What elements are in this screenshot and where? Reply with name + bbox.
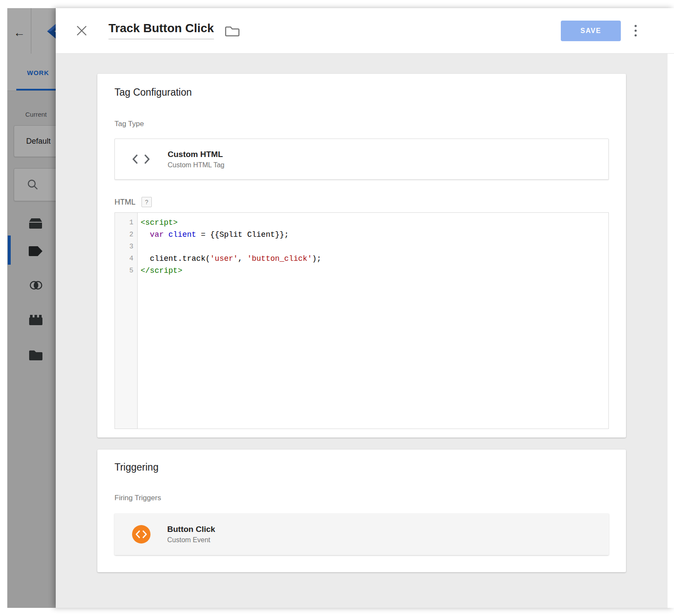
tag-editor-dialog: Track Button Click SAVE Tag Configuratio…	[56, 8, 674, 608]
modal-dim-overlay	[7, 8, 56, 608]
code-line	[141, 241, 608, 253]
html-label: HTML	[114, 198, 135, 207]
dimmed-sidebar: ← WORK Current Default	[7, 8, 56, 608]
editor-code-area[interactable]: <script> var client = {{Split Client}}; …	[138, 213, 608, 429]
trigger-text: Button Click Custom Event	[167, 525, 215, 544]
more-options-icon[interactable]	[630, 21, 641, 41]
tag-type-name: Custom HTML	[168, 150, 224, 159]
app-window: ← WORK Current Default	[7, 8, 674, 608]
scrollbar-track[interactable]	[668, 54, 674, 608]
html-field-header: HTML ?	[114, 197, 609, 207]
tag-configuration-title: Tag Configuration	[114, 87, 609, 98]
code-line: <script>	[141, 217, 608, 229]
help-icon[interactable]: ?	[141, 197, 152, 207]
save-button[interactable]: SAVE	[561, 21, 621, 41]
tag-type-label: Tag Type	[114, 120, 609, 128]
triggering-title: Triggering	[114, 462, 609, 473]
tag-type-description: Custom HTML Tag	[168, 161, 224, 169]
code-line: </script>	[141, 265, 608, 277]
dialog-content: Tag Configuration Tag Type Custom HTML C…	[56, 54, 674, 572]
tag-type-selector[interactable]: Custom HTML Custom HTML Tag	[114, 139, 609, 180]
dialog-header: Track Button Click SAVE	[56, 8, 674, 54]
code-line: var client = {{Split Client}};	[141, 229, 608, 241]
move-to-folder-icon[interactable]	[225, 24, 240, 37]
screen: ← WORK Current Default	[0, 0, 674, 616]
firing-triggers-label: Firing Triggers	[114, 494, 609, 502]
firing-trigger-item[interactable]: Button Click Custom Event	[114, 513, 609, 555]
custom-event-icon	[132, 525, 150, 544]
tag-configuration-card: Tag Configuration Tag Type Custom HTML C…	[97, 74, 626, 438]
code-brackets-icon	[132, 154, 150, 164]
editor-line-numbers: 12345	[115, 213, 138, 429]
html-code-editor: 12345 <script> var client = {{Split Clie…	[114, 212, 609, 429]
tag-name-field[interactable]: Track Button Click	[108, 22, 214, 39]
tag-type-text: Custom HTML Custom HTML Tag	[168, 150, 224, 169]
triggering-card: Triggering Firing Triggers Button Click …	[97, 450, 626, 572]
trigger-name: Button Click	[167, 525, 215, 534]
trigger-type: Custom Event	[167, 536, 215, 544]
close-icon[interactable]	[75, 24, 88, 37]
code-line: client.track('user', 'button_click');	[141, 253, 608, 265]
